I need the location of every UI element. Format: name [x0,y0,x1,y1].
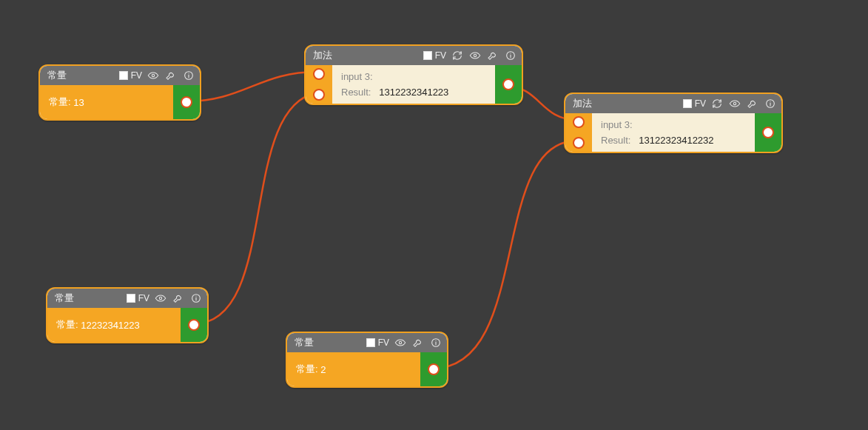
input3-label: input 3: [601,119,633,130]
node-title: 常量 [55,292,74,305]
fv-checkbox[interactable]: FV [127,293,149,303]
fv-label: FV [138,293,149,303]
eye-icon[interactable] [154,292,167,305]
node-title: 加法 [573,97,592,110]
refresh-icon[interactable] [451,49,464,62]
svg-point-15 [510,53,511,53]
const-value-area: 常量: 2 [287,352,420,386]
fv-checkbox[interactable]: FV [119,70,142,81]
fv-label: FV [695,98,706,109]
refresh-icon[interactable] [710,97,724,110]
node-title: 常量 [295,336,314,349]
fv-label: FV [435,50,446,61]
const-value-area: 常量: 12232341223 [47,308,181,342]
result-value: 1312232341223 [379,87,448,98]
const-value: 12232341223 [81,320,140,331]
node-add-2[interactable]: 加法 FV input 3: Result: [564,93,783,153]
svg-point-4 [159,297,161,299]
svg-point-0 [152,74,154,76]
result-label: Result: [341,87,371,98]
output-port[interactable] [188,319,200,331]
eye-icon[interactable] [147,69,160,82]
output-port[interactable] [762,127,774,138]
wrench-icon[interactable] [411,336,425,349]
fv-checkbox[interactable]: FV [683,98,706,109]
svg-point-19 [770,101,770,101]
wrench-icon[interactable] [164,69,178,82]
info-icon[interactable] [764,97,777,110]
input-port-1[interactable] [313,68,325,80]
wrench-icon[interactable] [746,97,759,110]
node-add-1[interactable]: 加法 FV input 3: Result: [304,44,523,105]
input-strip [565,113,592,152]
input-port-2[interactable] [573,137,585,149]
result-value: 13122323412232 [639,135,713,146]
fv-label: FV [378,337,389,348]
info-icon[interactable] [429,336,443,349]
fv-label: FV [131,70,142,81]
node-const-3[interactable]: 常量 FV 常量: 2 [286,332,448,388]
node-title: 常量 [47,69,67,82]
node-title: 加法 [313,49,332,62]
add-content: input 3: Result: 13122323412232 [592,113,755,152]
input-port-2[interactable] [313,89,325,101]
node-titlebar[interactable]: 常量 FV [287,333,447,352]
svg-point-16 [733,102,736,104]
wrench-icon[interactable] [172,292,185,305]
input-strip [306,65,332,104]
node-titlebar[interactable]: 常量 FV [47,289,207,308]
eye-icon[interactable] [728,97,741,110]
info-icon[interactable] [189,292,203,305]
node-const-1[interactable]: 常量 FV 常量: 13 [38,64,201,121]
const-label: 常量: [296,363,318,376]
eye-icon[interactable] [394,336,407,349]
const-value: 2 [320,364,326,375]
node-titlebar[interactable]: 加法 FV [565,94,781,113]
svg-point-11 [435,340,436,340]
output-port[interactable] [502,78,514,90]
output-strip [755,113,781,152]
node-titlebar[interactable]: 常量 FV [40,66,200,85]
svg-point-8 [399,341,401,343]
svg-point-7 [195,295,196,296]
output-port[interactable] [428,363,440,375]
const-value-area: 常量: 13 [40,85,173,119]
output-strip [181,308,207,342]
output-strip [173,85,200,119]
input-port-1[interactable] [573,116,585,128]
eye-icon[interactable] [468,49,482,62]
output-port[interactable] [181,96,192,108]
result-label: Result: [601,135,630,146]
input3-label: input 3: [341,71,373,82]
output-strip [495,65,522,104]
output-strip [420,352,447,386]
fv-checkbox[interactable]: FV [423,50,446,61]
node-titlebar[interactable]: 加法 FV [306,46,522,65]
fv-checkbox[interactable]: FV [366,337,389,348]
info-icon[interactable] [182,69,195,82]
add-content: input 3: Result: 1312232341223 [332,65,495,104]
svg-point-3 [188,73,189,73]
info-icon[interactable] [504,49,517,62]
const-label: 常量: [49,95,71,109]
const-value: 13 [73,97,84,108]
wrench-icon[interactable] [486,49,499,62]
node-const-2[interactable]: 常量 FV 常量: 12232341223 [46,287,209,343]
svg-point-12 [474,54,476,56]
const-label: 常量: [56,318,78,332]
